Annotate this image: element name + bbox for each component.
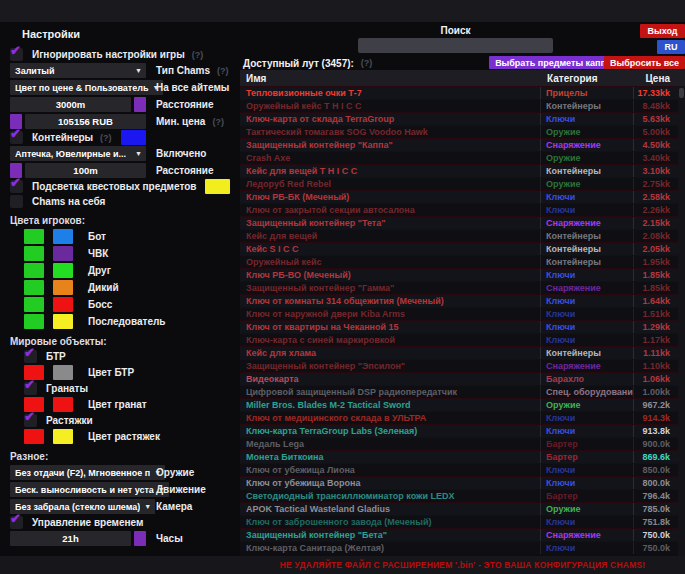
table-row[interactable]: Кейс для вещей T H I C CКонтейнеры3.10kk <box>240 164 685 177</box>
item-name: Ключ от заброшенного завода (Меченый) <box>240 517 540 527</box>
scrollbar-thumb[interactable] <box>679 88 684 98</box>
table-row[interactable]: Ключ от комнаты 314 общежития (Меченый)К… <box>240 294 685 307</box>
table-row[interactable]: Ледоруб Red RebelОружие2.75kk <box>240 177 685 190</box>
column-price[interactable]: Цена <box>634 73 676 84</box>
table-row[interactable]: Ключ от убежища ВоронаКлючи800.0k <box>240 476 685 489</box>
search-input[interactable] <box>358 38 553 53</box>
table-row[interactable]: Ключ от медицинского склада в УЛЬТРАКлюч… <box>240 411 685 424</box>
dropdown[interactable]: Цвет по цене & Пользователь▼ <box>10 80 146 95</box>
color-swatch[interactable] <box>53 229 73 244</box>
table-row[interactable]: Ключ от квартиры на Чеканной 15Ключи1.29… <box>240 320 685 333</box>
item-category: Оружие <box>540 178 633 190</box>
checkbox[interactable]: ✔ <box>24 350 37 363</box>
text-input[interactable]: 21h <box>10 531 131 546</box>
table-row[interactable]: Защищенный контейнер "Каппа"Снаряжение4.… <box>240 138 685 151</box>
color-swatch[interactable] <box>53 397 73 412</box>
checkbox[interactable]: ✔ <box>10 48 23 61</box>
dropdown[interactable]: Залитый▼ <box>10 63 146 78</box>
column-category[interactable]: Категория <box>542 73 634 84</box>
checkbox[interactable]: ✔ <box>24 414 37 427</box>
table-row[interactable]: Монета БиткоинаБартер869.6k <box>240 450 685 463</box>
color-swatch[interactable] <box>53 297 73 312</box>
dropdown[interactable]: Аптечка, Ювелирные и...▼ <box>10 146 146 161</box>
table-row[interactable]: Кейс для хламаКонтейнеры1.11kk <box>240 346 685 359</box>
table-row[interactable]: Ключ РБ-БК (Меченый)Ключи2.58kk <box>240 190 685 203</box>
color-swatch[interactable] <box>24 229 44 244</box>
table-row[interactable]: Защищенный контейнер "Эпсилон"Снаряжение… <box>240 359 685 372</box>
color-swatch[interactable] <box>121 130 146 145</box>
select-kappa-button[interactable]: Выбрать предметы каппа <box>489 56 617 69</box>
table-row[interactable]: Ключ-карта от склада TerraGroupКлючи5.63… <box>240 112 685 125</box>
settings-label: На все айтемы <box>156 82 229 93</box>
table-row[interactable]: Тактический томагавк SOG Voodoo HawkОруж… <box>240 125 685 138</box>
table-row[interactable]: Ключ от закрытой секции автосалонаКлючи2… <box>240 203 685 216</box>
color-swatch[interactable] <box>24 297 44 312</box>
table-header: Имя Категория Цена <box>240 70 685 87</box>
table-row[interactable]: Цифровой защищенный DSP радиопередатчикС… <box>240 385 685 398</box>
table-row[interactable]: Оружейный кейсКонтейнеры1.95kk <box>240 255 685 268</box>
item-category: Контейнеры <box>540 243 633 255</box>
color-swatch[interactable] <box>53 246 73 261</box>
checkbox[interactable]: ✔ <box>10 516 23 529</box>
color-swatch[interactable] <box>53 280 73 295</box>
table-row[interactable]: Кейс S I C CКонтейнеры2.05kk <box>240 242 685 255</box>
table-row[interactable]: Crash AxeОружие3.40kk <box>240 151 685 164</box>
color-swatch[interactable] <box>24 314 44 329</box>
checkbox[interactable]: ✔ <box>24 382 37 395</box>
item-category: Оружие <box>540 503 633 515</box>
color-swatch[interactable] <box>205 179 230 194</box>
text-input[interactable]: 100m <box>25 163 146 178</box>
dropdown-box[interactable]: Без отдачи (F2), Мгновенное п▼ <box>10 465 165 480</box>
table-row[interactable]: Защищенный контейнер "Гамма"Снаряжение1.… <box>240 281 685 294</box>
color-swatch[interactable] <box>53 263 73 278</box>
table-row[interactable]: ВидеокартаБарахло1.06kk <box>240 372 685 385</box>
table-row[interactable]: Ключ-карта Санитара (Желтая)Ключи750.0k <box>240 541 685 554</box>
color-swatch[interactable] <box>134 531 146 546</box>
dropdown-box[interactable]: Аптечка, Ювелирные и...▼ <box>10 146 146 161</box>
table-row[interactable]: Ключ от убежища ЛионаКлючи850.0k <box>240 463 685 476</box>
color-swatch[interactable] <box>134 97 146 112</box>
table-row[interactable]: Ключ РБ-ВО (Меченый)Ключи1.85kk <box>240 268 685 281</box>
dropdown-box[interactable]: Без забрала (стекло шлема)▼ <box>10 499 155 514</box>
settings-row: Бот <box>10 229 236 244</box>
checkbox[interactable] <box>10 195 23 208</box>
drop-all-button[interactable]: Выбросить все <box>604 56 685 69</box>
dropdown-box[interactable]: Залитый▼ <box>10 63 146 78</box>
color-swatch[interactable] <box>24 246 44 261</box>
table-row[interactable]: Медаль LegaБартер900.0k <box>240 437 685 450</box>
table-row[interactable]: Ключ-карта TerraGroup Labs (Зеленая)Ключ… <box>240 424 685 437</box>
table-row[interactable]: Светодиодный трансиллюминатор кожи LEDXБ… <box>240 489 685 502</box>
table-row[interactable]: Ключ от заброшенного завода (Меченый)Клю… <box>240 515 685 528</box>
text-input[interactable]: 105156 RUB <box>25 114 146 129</box>
table-row[interactable]: Защищенный контейнер "Тета"Снаряжение2.1… <box>240 216 685 229</box>
color-swatch[interactable] <box>24 263 44 278</box>
column-name[interactable]: Имя <box>240 73 542 84</box>
exit-button[interactable]: Выход <box>640 24 685 38</box>
table-row[interactable]: Тепловизионные очки Т-7Прицелы17.33kk <box>240 87 685 99</box>
table-row[interactable]: Ключ-карта с синей маркировкойКлючи1.17k… <box>240 333 685 346</box>
table-row[interactable]: Ключ от наружной двери Kiba ArmsКлючи1.5… <box>240 307 685 320</box>
dropdown-box[interactable]: Цвет по цене & Пользователь▼ <box>10 80 163 95</box>
text-input[interactable]: 3000m <box>10 97 131 112</box>
table-row[interactable]: Кейс для вещейКонтейнеры2.08kk <box>240 229 685 242</box>
table-scrollbar[interactable] <box>678 86 685 556</box>
item-name: Ключ-карта от склада TerraGroup <box>240 114 540 124</box>
table-row[interactable]: Оружейный кейс T H I C CКонтейнеры8.48kk <box>240 99 685 112</box>
color-swatch[interactable] <box>53 314 73 329</box>
color-swatch[interactable] <box>24 280 44 295</box>
color-swatch[interactable] <box>53 365 73 380</box>
table-row[interactable]: APOK Tactical Wasteland GladiusОружие785… <box>240 502 685 515</box>
table-row[interactable]: Защищенный контейнер "Бета"Снаряжение750… <box>240 528 685 541</box>
dropdown[interactable]: Без отдачи (F2), Мгновенное п▼ <box>10 465 146 480</box>
dropdown-box[interactable]: Беск. выносливость и нет уста▼ <box>10 482 169 497</box>
item-name: Защищенный контейнер "Эпсилон" <box>240 361 540 371</box>
checkbox[interactable]: ✔ <box>10 131 23 144</box>
dropdown[interactable]: Беск. выносливость и нет уста▼ <box>10 482 146 497</box>
color-swatch[interactable] <box>24 429 44 444</box>
table-row[interactable]: Miller Bros. Blades M-2 Tactical SwordОр… <box>240 398 685 411</box>
color-swatch[interactable] <box>53 429 73 444</box>
item-category: Ключи <box>540 464 633 476</box>
dropdown[interactable]: Без забрала (стекло шлема)▼ <box>10 499 146 514</box>
language-button[interactable]: RU <box>657 40 685 54</box>
checkbox[interactable]: ✔ <box>10 180 23 193</box>
